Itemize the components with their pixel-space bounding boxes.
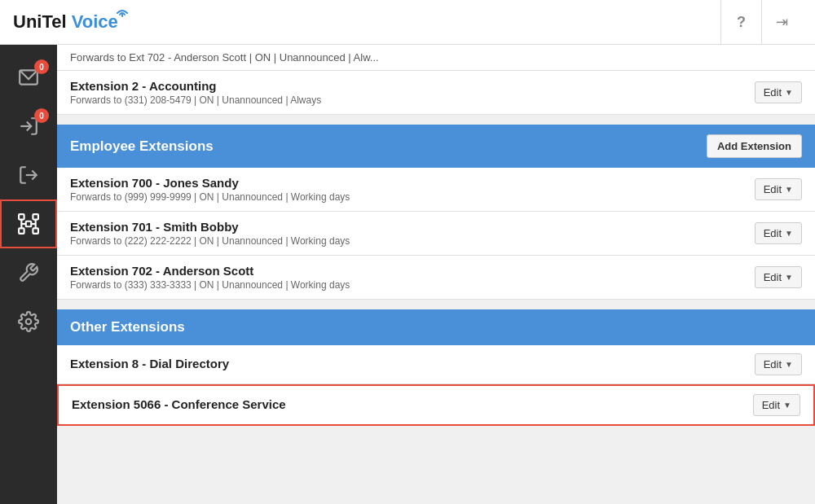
ext5066-card: Extension 5066 - Conference Service Edit… xyxy=(57,384,815,426)
ext5066-dropdown-arrow: ▼ xyxy=(783,401,791,410)
header-actions: ? ⇥ xyxy=(720,0,802,45)
ext701-title: Extension 701 - Smith Bobby xyxy=(70,220,350,234)
ext2-edit-arrow: ▼ xyxy=(785,88,793,97)
sidebar: 0 0 xyxy=(0,45,57,504)
ext701-dropdown-arrow: ▼ xyxy=(785,229,793,238)
ext8-dropdown-arrow: ▼ xyxy=(785,360,793,369)
sidebar-item-mail[interactable]: 0 xyxy=(0,53,57,102)
ext700-sub: Forwards to (999) 999-9999 | ON | Unanno… xyxy=(70,191,350,203)
ext8-info: Extension 8 - Dial Directory xyxy=(70,357,229,372)
svg-rect-3 xyxy=(26,221,32,227)
ext701-edit-label: Edit xyxy=(764,227,782,239)
sidebar-item-tools[interactable] xyxy=(0,248,57,297)
ext701-sub: Forwards to (222) 222-2222 | ON | Unanno… xyxy=(70,235,350,247)
sidebar-item-settings[interactable] xyxy=(0,297,57,346)
logout-icon: ⇥ xyxy=(776,13,788,31)
ext700-title: Extension 700 - Jones Sandy xyxy=(70,176,350,190)
sidebar-item-network[interactable] xyxy=(0,199,57,248)
partial-ext-text: Forwards to Ext 702 - Anderson Scott | O… xyxy=(70,51,379,64)
ext5066-title: Extension 5066 - Conference Service xyxy=(72,397,286,411)
ext2-info: Extension 2 - Accounting Forwards to (33… xyxy=(70,79,321,106)
ext8-title: Extension 8 - Dial Directory xyxy=(70,357,229,370)
ext700-card: Extension 700 - Jones Sandy Forwards to … xyxy=(57,168,815,212)
ext2-edit-label: Edit xyxy=(764,86,782,99)
help-button[interactable]: ? xyxy=(720,0,761,45)
ext8-card: Extension 8 - Dial Directory Edit ▼ xyxy=(57,345,815,384)
ext702-edit-button[interactable]: Edit ▼ xyxy=(755,266,802,288)
svg-rect-7 xyxy=(33,228,38,234)
ext701-info: Extension 701 - Smith Bobby Forwards to … xyxy=(70,220,350,247)
logout-button[interactable]: ⇥ xyxy=(761,0,802,45)
ext701-edit-button[interactable]: Edit ▼ xyxy=(755,222,802,244)
ext702-info: Extension 702 - Anderson Scott Forwards … xyxy=(70,264,350,291)
content-area: Forwards to Ext 702 - Anderson Scott | O… xyxy=(57,45,815,504)
ext702-dropdown-arrow: ▼ xyxy=(785,273,793,282)
employee-section-title: Employee Extensions xyxy=(70,138,214,155)
svg-rect-6 xyxy=(19,228,24,234)
ext700-edit-button[interactable]: Edit ▼ xyxy=(755,178,802,200)
ext5066-edit-label: Edit xyxy=(762,399,780,411)
ext701-card: Extension 701 - Smith Bobby Forwards to … xyxy=(57,212,815,256)
ext8-edit-button[interactable]: Edit ▼ xyxy=(755,353,802,375)
ext702-sub: Forwards to (333) 333-3333 | ON | Unanno… xyxy=(70,279,350,291)
ext702-card: Extension 702 - Anderson Scott Forwards … xyxy=(57,256,815,300)
sidebar-item-login[interactable]: 0 xyxy=(0,102,57,151)
ext5066-edit-button[interactable]: Edit ▼ xyxy=(753,394,800,416)
ext700-edit-label: Edit xyxy=(764,183,782,195)
logo-text: UniTel Voice xyxy=(13,11,118,33)
ext700-info: Extension 700 - Jones Sandy Forwards to … xyxy=(70,176,350,203)
help-icon: ? xyxy=(737,14,746,31)
partial-ext-row: Forwards to Ext 702 - Anderson Scott | O… xyxy=(57,45,815,71)
sidebar-item-logout[interactable] xyxy=(0,151,57,199)
settings-icon xyxy=(18,311,39,332)
ext5066-info: Extension 5066 - Conference Service xyxy=(72,397,286,413)
ext702-edit-label: Edit xyxy=(764,271,782,283)
network-icon xyxy=(18,213,39,234)
wifi-logo-icon xyxy=(115,8,130,20)
ext700-dropdown-arrow: ▼ xyxy=(785,185,793,194)
other-section-title: Other Extensions xyxy=(70,319,185,335)
ext2-title: Extension 2 - Accounting xyxy=(70,79,321,93)
ext702-title: Extension 702 - Anderson Scott xyxy=(70,264,350,278)
employee-section-header: Employee Extensions Add Extension xyxy=(57,125,815,168)
svg-rect-5 xyxy=(33,214,38,220)
logo: UniTel Voice xyxy=(13,11,87,33)
login-badge: 0 xyxy=(34,108,49,123)
ext2-sub: Forwards to (331) 208-5479 | ON | Unanno… xyxy=(70,94,321,106)
logout-icon xyxy=(18,164,39,186)
ext2-edit-button[interactable]: Edit ▼ xyxy=(755,81,802,103)
main-layout: 0 0 xyxy=(0,45,815,504)
ext8-edit-label: Edit xyxy=(764,358,782,370)
tools-icon xyxy=(18,262,39,283)
add-extension-button[interactable]: Add Extension xyxy=(707,134,802,158)
header: UniTel Voice ? ⇥ xyxy=(0,0,815,45)
mail-badge: 0 xyxy=(34,59,49,74)
ext2-card: Extension 2 - Accounting Forwards to (33… xyxy=(57,71,815,115)
svg-rect-4 xyxy=(19,214,24,220)
svg-point-14 xyxy=(26,319,32,325)
other-section-header: Other Extensions xyxy=(57,309,815,345)
